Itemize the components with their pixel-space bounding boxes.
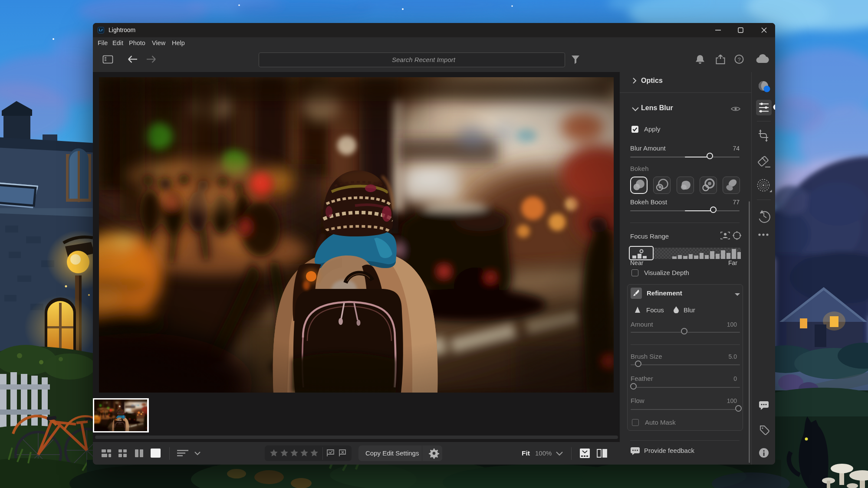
svg-text:?: ?: [737, 56, 740, 63]
svg-text:Copy Edit Settings: Copy Edit Settings: [365, 449, 419, 457]
svg-text:100%: 100%: [535, 449, 552, 457]
svg-text:Fit: Fit: [522, 449, 530, 457]
